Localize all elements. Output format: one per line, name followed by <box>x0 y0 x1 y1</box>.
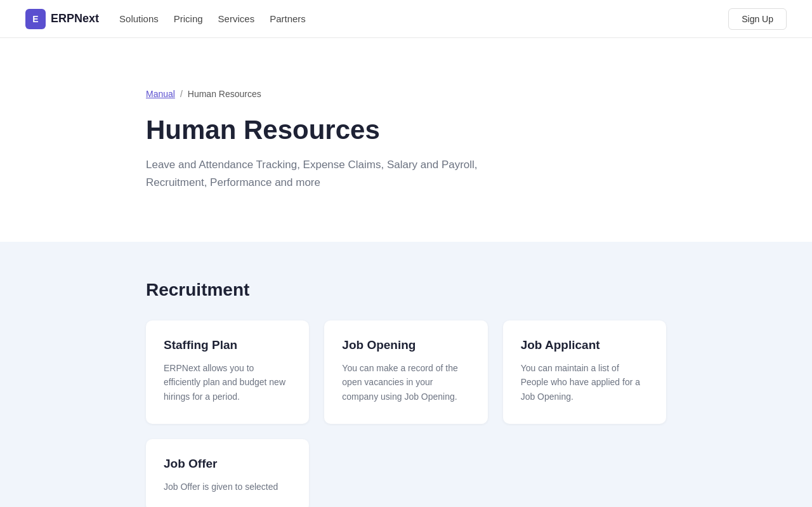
nav-partners[interactable]: Partners <box>270 13 306 24</box>
recruitment-cards-row1: Staffing Plan ERPNext allows you to effi… <box>146 320 666 424</box>
card-job-opening: Job Opening You can make a record of the… <box>324 320 487 424</box>
navbar-right: Sign Up <box>728 8 787 30</box>
breadcrumb: Manual / Human Resources <box>146 89 666 99</box>
nav-links: Solutions Pricing Services Partners <box>119 13 728 24</box>
hero-section: Manual / Human Resources Human Resources… <box>0 38 812 242</box>
page-title: Human Resources <box>146 114 666 146</box>
page-subtitle: Leave and Attendance Tracking, Expense C… <box>146 156 514 190</box>
card-job-applicant-title: Job Applicant <box>521 338 648 352</box>
breadcrumb-manual-link[interactable]: Manual <box>146 89 175 99</box>
breadcrumb-current: Human Resources <box>188 89 261 99</box>
recruitment-section-title: Recruitment <box>146 280 666 300</box>
brand-logo[interactable]: E ERPNext <box>25 9 99 29</box>
navbar: E ERPNext Solutions Pricing Services Par… <box>0 0 812 38</box>
card-staffing-plan-title: Staffing Plan <box>164 338 291 352</box>
brand-icon: E <box>25 9 46 29</box>
nav-services[interactable]: Services <box>218 13 255 24</box>
recruitment-section: Recruitment Staffing Plan ERPNext allows… <box>0 242 812 507</box>
card-job-opening-desc: You can make a record of the open vacanc… <box>342 361 469 404</box>
brand-name: ERPNext <box>51 12 99 25</box>
card-job-offer-title: Job Offer <box>164 457 291 471</box>
nav-pricing[interactable]: Pricing <box>174 13 203 24</box>
card-staffing-plan-desc: ERPNext allows you to efficiently plan a… <box>164 361 291 404</box>
card-job-opening-title: Job Opening <box>342 338 469 352</box>
nav-solutions[interactable]: Solutions <box>119 13 159 24</box>
signup-button[interactable]: Sign Up <box>728 8 787 30</box>
breadcrumb-separator: / <box>180 89 183 99</box>
recruitment-cards-row2: Job Offer Job Offer is given to selected <box>146 439 666 507</box>
card-job-offer: Job Offer Job Offer is given to selected <box>146 439 309 507</box>
brand-icon-letter: E <box>32 14 38 24</box>
card-job-applicant: Job Applicant You can maintain a list of… <box>503 320 666 424</box>
card-job-applicant-desc: You can maintain a list of People who ha… <box>521 361 648 404</box>
card-staffing-plan: Staffing Plan ERPNext allows you to effi… <box>146 320 309 424</box>
card-job-offer-desc: Job Offer is given to selected <box>164 480 291 494</box>
